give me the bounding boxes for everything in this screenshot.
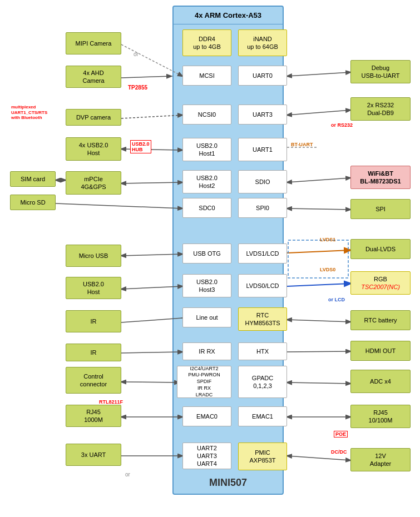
line-out-label: Line out xyxy=(196,314,218,321)
adc-x4-label: ADC x4 xyxy=(370,377,391,385)
pmic-box: PMICAXP853T xyxy=(238,443,287,470)
usb-otg-box: USB OTG xyxy=(182,243,231,264)
spi0-label: SPI0 xyxy=(256,204,269,212)
ahd-camera-label: 4x AHDCamera xyxy=(82,69,104,85)
dcdc-label: DC/DC xyxy=(331,449,347,455)
emac1-label: EMAC1 xyxy=(252,412,273,420)
gpadc-label: GPADC0,1,2,3 xyxy=(252,374,273,390)
usb20-host1-box: USB2.0Host1 xyxy=(182,138,231,161)
svg-line-6 xyxy=(56,203,182,208)
svg-line-1 xyxy=(121,76,171,78)
mpcie-box: mPCIe4G&GPS xyxy=(66,171,121,195)
mipi-camera-box: MIPI Camera xyxy=(66,32,121,54)
i2c4-label: I2C4/UART2PMU-PWRONSPDIFIR RXLRADC xyxy=(188,366,220,398)
ir-box: IR xyxy=(66,344,121,361)
lvds1-label: LVDS1 xyxy=(320,237,335,242)
uart3-label: UART3 xyxy=(253,111,273,118)
usb20-host-left-label: 4x USB2.0Host xyxy=(79,141,108,157)
sdio-label: SDIO xyxy=(255,178,270,186)
rtc-box: RTCHYM8563TS xyxy=(238,307,287,331)
svg-rect-26 xyxy=(288,240,348,278)
usb20-host3-left-label: USB2.0Host xyxy=(83,280,104,296)
usb-otg-label: USB OTG xyxy=(193,250,221,257)
svg-line-15 xyxy=(287,110,350,115)
htx-box: HTX xyxy=(238,342,287,360)
ddr4-box: DDR4up to 4GB xyxy=(182,29,231,56)
svg-line-22 xyxy=(287,351,350,352)
usb20-host1-label: USB2.0Host1 xyxy=(196,142,218,158)
spi-right-box: SPI xyxy=(350,199,411,219)
svg-line-11 xyxy=(121,382,179,382)
usb20-host2-label: USB2.0Host2 xyxy=(196,174,218,190)
line-out-box: Line out xyxy=(182,307,231,327)
uart3x-label: 3x UART xyxy=(81,451,106,459)
tp2855-label: TP2855 xyxy=(128,84,147,91)
usb20-host-left-box: 4x USB2.0Host xyxy=(66,137,121,161)
svg-line-23 xyxy=(287,382,350,384)
lvds0lcd-box: LVDS0/LCD xyxy=(238,274,287,297)
rgb-tsc-box: RGBTSC2007(NC) xyxy=(350,271,411,295)
emac1-box: EMAC1 xyxy=(238,406,287,426)
rj45-100m-label: RJ4510/100M xyxy=(369,409,393,425)
uart3x-box: 3x UART xyxy=(66,444,121,466)
usb2hub-label: USB2.0HUB xyxy=(130,140,151,153)
rs232-dual-box: 2x RS232Dual-DB9 xyxy=(350,97,411,121)
sdc0-box: SDC0 xyxy=(182,198,231,218)
usb20-host3-c-box: USB2.0Host3 xyxy=(182,274,231,297)
soc-title: 4x ARM Cortex-A53 xyxy=(174,7,283,24)
htx-label: HTX xyxy=(256,347,269,355)
dvp-camera-box: DVP camera xyxy=(66,109,121,126)
uart234-label: UART2UART3UART4 xyxy=(197,444,217,468)
debug-usb-label: DebugUSB-to-UART xyxy=(362,64,400,80)
svg-line-17 xyxy=(287,178,350,182)
svg-line-21 xyxy=(287,320,350,322)
multiplexed-label: multiplexedUART1_CTS/RTSwith Bluetooth xyxy=(11,105,61,121)
12v-adapter-label: 12VAdapter xyxy=(370,452,392,468)
micro-sd-box: Micro SD xyxy=(10,195,56,210)
ir-rx-box: IR RX xyxy=(182,342,231,360)
bt-uart-label: BT-UART xyxy=(291,142,313,147)
ahd-camera-box: 4x AHDCamera xyxy=(66,66,121,88)
wifi-bt-box: WiFi&BTBL-M8723DS1 xyxy=(350,166,411,189)
sim-card-box: SIM card xyxy=(10,171,56,187)
uart1-box: UART1 xyxy=(238,138,287,161)
or-rs232-label: or RS232 xyxy=(331,122,353,128)
control-connector-box: Controlconnector xyxy=(66,367,121,394)
micro-sd-label: Micro SD xyxy=(20,198,45,206)
uart1-label: UART1 xyxy=(253,146,273,153)
lvds0-label: LVDS0 xyxy=(320,267,335,272)
dual-lvds-box: Dual-LVDS xyxy=(350,239,411,259)
or-lcd-label: or LCD xyxy=(328,297,345,302)
inand-box: iNANDup to 64GB xyxy=(238,29,287,56)
gpadc-box: GPADC0,1,2,3 xyxy=(238,366,287,398)
wifi-bt-label: WiFi&BTBL-M8723DS1 xyxy=(360,170,401,186)
usb20-host2-box: USB2.0Host2 xyxy=(182,170,231,193)
mpcie-label: mPCIe4G&GPS xyxy=(81,175,106,191)
svg-line-20 xyxy=(287,284,350,286)
ncsi0-box: NCSI0 xyxy=(182,105,231,125)
audio-out-box: IR xyxy=(66,310,121,332)
rgb-tsc-label: RGBTSC2007(NC) xyxy=(361,275,400,291)
or-bottom-label: or xyxy=(125,471,130,478)
emac0-label: EMAC0 xyxy=(196,412,218,420)
sdio-box: SDIO xyxy=(238,170,287,193)
uart234-box: UART2UART3UART4 xyxy=(182,443,231,469)
dvp-camera-label: DVP camera xyxy=(76,113,111,121)
rtc-battery-box: RTC battery xyxy=(350,310,411,330)
hdmi-out-box: HDMI OUT xyxy=(350,341,411,361)
adc-x4-box: ADC x4 xyxy=(350,370,411,393)
rj45-1000m-label: RJ451000M xyxy=(84,408,103,424)
inand-label: iNANDup to 64GB xyxy=(247,35,278,51)
rj45-100m-box: RJ4510/100M xyxy=(350,405,411,428)
i2c4-box: I2C4/UART2PMU-PWRONSPDIFIR RXLRADC xyxy=(177,366,231,398)
rtc-battery-label: RTC battery xyxy=(364,316,397,324)
uart0-label: UART0 xyxy=(253,72,273,79)
usb20-host3-c-label: USB2.0Host3 xyxy=(196,278,218,294)
control-connector-label: Controlconnector xyxy=(80,372,107,389)
poe-label: POE xyxy=(334,431,348,438)
rtl8211f-label: RTL8211F xyxy=(99,399,123,405)
12v-adapter-box: 12VAdapter xyxy=(350,448,411,471)
lvds0lcd-label: LVDS0/LCD xyxy=(246,282,279,290)
dual-lvds-label: Dual-LVDS xyxy=(365,245,396,253)
debug-usb-box: DebugUSB-to-UART xyxy=(350,60,411,83)
